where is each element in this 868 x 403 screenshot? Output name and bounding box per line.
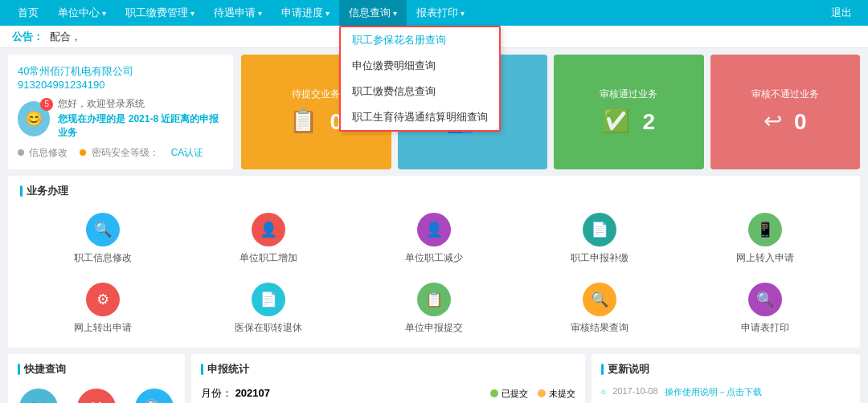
biz-icon-employee-info: 🔍 — [86, 213, 120, 246]
chart-header: 月份： 202107 已提交 未提交 — [201, 386, 575, 401]
dot-icon — [80, 149, 86, 156]
biz-icon-employee-add: 👤 — [252, 213, 285, 246]
biz-transfer-in[interactable]: 📱 网上转入申请 — [682, 208, 848, 270]
action-links: 信息修改 密码安全等级： CA认证 — [18, 146, 223, 160]
chevron-down-icon: ▾ — [190, 9, 194, 18]
biz-employee-add[interactable]: 👤 单位职工增加 — [186, 208, 351, 270]
quick-icon-company: 👥 — [19, 389, 58, 403]
notification-badge: 5 — [40, 98, 53, 111]
nav-employee-payment[interactable]: 职工缴费管理 ▾ — [116, 0, 204, 26]
nav-home-label: 首页 — [18, 6, 39, 20]
top-navigation: 首页 单位中心 ▾ 职工缴费管理 ▾ 待遇申请 ▾ 申请进度 ▾ 信息查询 ▾ … — [0, 0, 868, 26]
avatar-icon: 😊 — [25, 110, 43, 128]
biz-transfer-out[interactable]: ⚙ 网上转出申请 — [20, 278, 186, 340]
quick-query-card: 快捷查询 👥 单位信息查询 ¥ 参保缴费查询 🔍 报表查询打印 — [8, 354, 185, 403]
quick-payment-query[interactable]: ¥ 参保缴费查询 — [76, 389, 117, 403]
chart-month-value: 202107 — [235, 387, 270, 399]
nav-info-query[interactable]: 信息查询 ▾ — [339, 0, 407, 26]
nav-report-print-label: 报表打印 — [416, 6, 458, 20]
update-link-0[interactable]: 操作使用说明－点击下载 — [665, 386, 762, 398]
dropdown-item-employee-payment-info[interactable]: 职工缴费信息查询 — [341, 79, 499, 104]
biz-label-6: 医保在职转退休 — [235, 321, 302, 335]
stat-label-approved: 审核通过业务 — [600, 88, 657, 101]
quick-icon-report: 🔍 — [135, 389, 174, 403]
logout-button[interactable]: 退出 — [823, 6, 860, 20]
biz-label-4: 网上转入申请 — [736, 251, 794, 265]
avatar: 😊 5 — [18, 101, 50, 136]
biz-employee-reduce[interactable]: 👤 单位职工减少 — [351, 208, 517, 270]
stat-card-approved: 审核通过业务 ✅ 2 — [554, 55, 704, 169]
dropdown-item-maternity-detail[interactable]: 职工生育待遇通结算明细查询 — [341, 104, 499, 130]
dropdown-item-employee-roster[interactable]: 职工参保花名册查询 — [341, 27, 499, 53]
updates-card: 更新说明 ○ 2017-10-08 操作使用说明－点击下载 ○ 2017-10-… — [592, 354, 860, 403]
legend-pending: 未提交 — [538, 388, 575, 400]
quick-icon-payment: ¥ — [77, 389, 116, 403]
legend-submitted-dot — [490, 389, 498, 397]
biz-icon-medical-retire: 📄 — [252, 283, 285, 316]
chart-legend: 已提交 未提交 — [490, 388, 575, 400]
biz-medical-retire[interactable]: 📄 医保在职转退休 — [186, 278, 351, 340]
chevron-down-icon: ▾ — [102, 9, 106, 18]
welcome-text: 您好，欢迎登录系统 — [58, 97, 223, 111]
info-query-dropdown: 职工参保花名册查询 申位缴费明细查询 职工缴费信息查询 职工生育待遇通结算明细查… — [339, 26, 501, 132]
nav-company-center[interactable]: 单位中心 ▾ — [48, 0, 116, 26]
biz-icon-transfer-in: 📱 — [748, 213, 782, 246]
quick-icons: 👥 单位信息查询 ¥ 参保缴费查询 🔍 报表查询打印 — [18, 389, 175, 403]
biz-supplement-payment[interactable]: 📄 职工申报补缴 — [517, 208, 682, 270]
chart-month: 月份： 202107 — [201, 386, 270, 401]
update-date-0: 2017-10-08 — [612, 386, 657, 398]
stat-row-pending: 📋 0 — [289, 108, 342, 137]
chevron-down-icon: ▾ — [393, 9, 397, 18]
dropdown-item-payment-detail[interactable]: 申位缴费明细查询 — [341, 53, 499, 79]
stat-card-rejected: 审核不通过业务 ↩ 0 — [710, 55, 861, 169]
nav-company-center-label: 单位中心 — [58, 6, 100, 20]
period-value: 2021-8 — [129, 113, 158, 124]
biz-label-2: 单位职工减少 — [405, 251, 463, 265]
nav-apply-progress[interactable]: 申请进度 ▾ — [272, 0, 339, 26]
rejected-icon: ↩ — [764, 108, 782, 134]
stat-label-pending: 待提交业务 — [292, 88, 340, 101]
biz-label-3: 职工申报补缴 — [571, 251, 628, 265]
biz-print-form[interactable]: 🔍 申请表打印 — [682, 278, 848, 340]
biz-unit-submit[interactable]: 📋 单位申报提交 — [351, 278, 517, 340]
report-period: 您现在办理的是 2021-8 近距离的申报业务 — [58, 112, 223, 140]
notice-label: 公告： — [12, 30, 43, 44]
stat-number-rejected: 0 — [794, 109, 807, 135]
update-item-0: ○ 2017-10-08 操作使用说明－点击下载 — [601, 386, 850, 398]
bottom-row: 快捷查询 👥 单位信息查询 ¥ 参保缴费查询 🔍 报表查询打印 申报统计 月份： — [0, 354, 868, 403]
biz-icon-print-form: 🔍 — [748, 283, 782, 316]
biz-employee-info-modify[interactable]: 🔍 职工信息修改 — [20, 208, 186, 270]
biz-label-5: 网上转出申请 — [74, 321, 132, 335]
nav-benefit-apply[interactable]: 待遇申请 ▾ — [204, 0, 272, 26]
chart-card: 申报统计 月份： 202107 已提交 未提交 增员申报 — [191, 354, 585, 403]
legend-submitted: 已提交 — [490, 388, 528, 400]
biz-label-8: 审核结果查询 — [571, 321, 628, 335]
pending-icon: 📋 — [289, 108, 317, 134]
nav-report-print[interactable]: 报表打印 ▾ — [407, 0, 474, 26]
stat-number-approved: 2 — [642, 109, 655, 135]
left-panel: 40常州佰汀机电有限公司 913204991234190 😊 5 您好，欢迎登录… — [8, 55, 233, 169]
notice-text: 配合， — [50, 30, 81, 44]
quick-company-info[interactable]: 👥 单位信息查询 — [18, 389, 59, 403]
biz-audit-result[interactable]: 🔍 审核结果查询 — [517, 278, 682, 340]
quick-report-print[interactable]: 🔍 报表查询打印 — [133, 389, 175, 403]
nav-home[interactable]: 首页 — [8, 0, 48, 26]
stat-row-approved: ✅ 2 — [602, 108, 655, 137]
ca-cert-link[interactable]: CA认证 — [171, 146, 204, 160]
biz-label-9: 申请表打印 — [741, 321, 789, 335]
stat-label-rejected: 审核不通过业务 — [751, 88, 819, 101]
biz-label-1: 单位职工增加 — [240, 251, 297, 265]
nav-items: 首页 单位中心 ▾ 职工缴费管理 ▾ 待遇申请 ▾ 申请进度 ▾ 信息查询 ▾ … — [8, 0, 823, 26]
quick-query-title: 快捷查询 — [18, 362, 175, 377]
biz-label-0: 职工信息修改 — [74, 251, 132, 265]
chevron-down-icon: ▾ — [258, 9, 262, 18]
nav-benefit-apply-label: 待遇申请 — [214, 6, 256, 20]
biz-icon-unit-submit: 📋 — [417, 283, 451, 316]
biz-label-7: 单位申报提交 — [405, 321, 463, 335]
nav-apply-progress-label: 申请进度 — [281, 6, 323, 20]
info-modify-link[interactable]: 信息修改 — [18, 146, 68, 160]
password-level-text: 密码安全等级： — [80, 146, 158, 160]
stat-row-rejected: ↩ 0 — [764, 108, 807, 137]
chart-title: 申报统计 — [201, 362, 575, 377]
biz-icon-transfer-out: ⚙ — [86, 283, 120, 316]
